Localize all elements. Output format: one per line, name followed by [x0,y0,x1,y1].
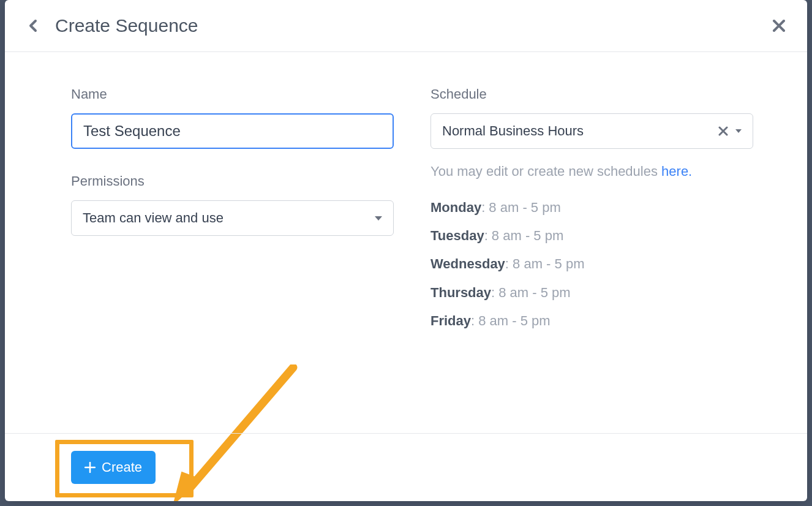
schedule-hours: 8 am - 5 pm [492,228,563,243]
schedule-label: Schedule [430,86,753,102]
modal-body: Name Permissions Team can view and use S… [5,52,807,433]
permissions-label: Permissions [71,173,394,189]
permissions-select[interactable]: Team can view and use [71,200,394,236]
name-field-group: Name [71,86,394,149]
schedule-item: Wednesday: 8 am - 5 pm [430,250,753,278]
schedule-day: Monday [430,200,481,215]
schedule-hours: 8 am - 5 pm [478,313,550,328]
schedule-item: Tuesday: 8 am - 5 pm [430,222,753,250]
chevron-down-icon [735,129,742,133]
permissions-value: Team can view and use [83,210,224,226]
chevron-left-icon [28,18,38,33]
schedule-item: Monday: 8 am - 5 pm [430,194,753,222]
schedule-helper-text: You may edit or create new schedules her… [430,161,753,181]
schedule-select-controls [718,126,742,136]
modal-footer: Create [5,433,807,501]
schedule-here-link[interactable]: here. [661,164,692,179]
permissions-select-controls [375,216,382,221]
schedule-day: Friday [430,313,471,328]
schedule-day: Thursday [430,285,491,300]
schedule-hours: 8 am - 5 pm [513,256,584,271]
schedule-day: Tuesday [430,228,484,243]
schedule-field-group: Schedule Normal Business Hours You may e… [430,86,753,335]
permissions-field-group: Permissions Team can view and use [71,173,394,236]
close-button[interactable] [768,15,790,37]
back-button[interactable] [22,15,44,37]
close-icon [772,18,786,33]
create-button[interactable]: Create [71,451,156,484]
left-column: Name Permissions Team can view and use [71,86,394,433]
create-button-label: Create [102,459,142,475]
schedule-list: Monday: 8 am - 5 pm Tuesday: 8 am - 5 pm… [430,194,753,335]
create-sequence-modal: Create Sequence Name Permissions Team ca… [5,0,807,501]
name-label: Name [71,86,394,102]
schedule-hours: 8 am - 5 pm [489,200,560,215]
clear-icon[interactable] [718,126,728,136]
modal-header: Create Sequence [5,0,807,52]
chevron-down-icon [375,216,382,221]
schedule-value: Normal Business Hours [442,123,584,139]
schedule-day: Wednesday [430,256,505,271]
schedule-select[interactable]: Normal Business Hours [430,113,753,149]
schedule-item: Friday: 8 am - 5 pm [430,307,753,335]
modal-title: Create Sequence [55,15,768,36]
name-input[interactable] [71,113,394,149]
right-column: Schedule Normal Business Hours You may e… [430,86,753,433]
plus-icon [85,462,96,473]
schedule-item: Thursday: 8 am - 5 pm [430,279,753,307]
schedule-hours: 8 am - 5 pm [498,285,570,300]
